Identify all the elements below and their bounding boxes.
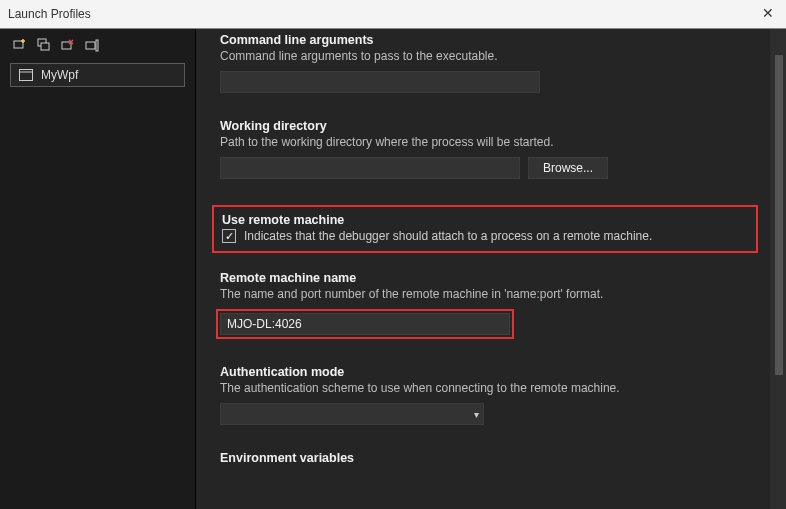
svg-rect-0 [14, 41, 23, 48]
section-desc: Command line arguments to pass to the ex… [220, 49, 758, 63]
section-title: Use remote machine [222, 213, 748, 227]
section-cli: Command line arguments Command line argu… [220, 33, 758, 93]
titlebar: Launch Profiles ✕ [0, 0, 786, 29]
browse-button[interactable]: Browse... [528, 157, 608, 179]
chevron-down-icon: ▾ [474, 409, 479, 420]
profile-item[interactable]: MyWpf [10, 63, 185, 87]
highlight-use-remote: Use remote machine Indicates that the de… [212, 205, 758, 253]
section-env-vars: Environment variables [220, 451, 758, 465]
window-icon [19, 69, 33, 81]
use-remote-checkbox[interactable] [222, 229, 236, 243]
svg-rect-4 [86, 42, 95, 49]
section-working-directory: Working directory Path to the working di… [220, 119, 758, 179]
section-use-remote: Use remote machine Indicates that the de… [220, 205, 758, 253]
delete-profile-icon[interactable] [60, 37, 76, 53]
close-icon[interactable]: ✕ [758, 4, 778, 24]
section-title: Authentication mode [220, 365, 758, 379]
section-title: Command line arguments [220, 33, 758, 47]
section-remote-name: Remote machine name The name and port nu… [220, 271, 758, 339]
section-title: Working directory [220, 119, 758, 133]
scrollbar-thumb[interactable] [775, 55, 783, 375]
rename-profile-icon[interactable] [84, 37, 100, 53]
window-title: Launch Profiles [8, 7, 91, 21]
sidebar: MyWpf [0, 29, 196, 509]
content-area: Command line arguments Command line argu… [196, 29, 786, 509]
svg-rect-6 [20, 70, 33, 81]
sidebar-toolbar [0, 35, 195, 61]
remote-name-input[interactable] [220, 313, 510, 335]
new-profile-icon[interactable] [12, 37, 28, 53]
working-directory-input[interactable] [220, 157, 520, 179]
section-desc: The name and port number of the remote m… [220, 287, 758, 301]
auth-mode-select[interactable]: ▾ [220, 403, 484, 425]
scrollbar-track[interactable] [770, 29, 786, 509]
highlight-remote-name [216, 309, 514, 339]
section-title: Environment variables [220, 451, 758, 465]
use-remote-label: Indicates that the debugger should attac… [244, 229, 652, 243]
cli-args-input[interactable] [220, 71, 540, 93]
profile-label: MyWpf [41, 68, 78, 82]
duplicate-profile-icon[interactable] [36, 37, 52, 53]
section-desc: The authentication scheme to use when co… [220, 381, 758, 395]
section-auth-mode: Authentication mode The authentication s… [220, 365, 758, 425]
dialog-body: MyWpf Command line arguments Command lin… [0, 29, 786, 509]
section-title: Remote machine name [220, 271, 758, 285]
svg-rect-5 [96, 40, 98, 51]
section-desc: Path to the working directory where the … [220, 135, 758, 149]
svg-rect-2 [41, 43, 49, 50]
